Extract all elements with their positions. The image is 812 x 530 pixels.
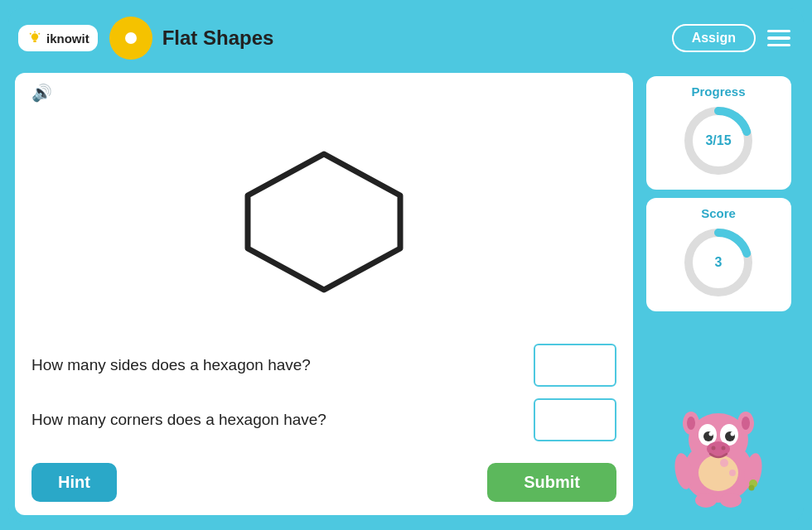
logo: iknowit xyxy=(18,25,98,51)
logo-text: iknowit xyxy=(46,31,89,46)
svg-point-21 xyxy=(722,446,726,450)
logo-bulb-icon xyxy=(27,30,43,46)
progress-box: Progress 3/15 xyxy=(646,76,791,190)
sound-icon[interactable]: 🔊 xyxy=(31,83,52,103)
svg-point-0 xyxy=(31,33,38,40)
questions-area: How many sides does a hexagon have? How … xyxy=(31,344,616,453)
question-row-1: How many sides does a hexagon have? xyxy=(31,344,616,387)
hamburger-line-3 xyxy=(767,44,790,47)
answer-input-1[interactable] xyxy=(534,344,616,387)
hint-button[interactable]: Hint xyxy=(31,463,117,502)
bottom-buttons: Hint Submit xyxy=(31,463,616,502)
svg-line-4 xyxy=(39,33,40,34)
lesson-title: Flat Shapes xyxy=(162,26,672,50)
mascot-svg xyxy=(665,380,772,508)
svg-point-25 xyxy=(742,417,750,430)
svg-point-17 xyxy=(709,432,713,436)
hamburger-line-1 xyxy=(767,30,790,33)
svg-point-23 xyxy=(687,417,695,430)
header: iknowit Flat Shapes Assign xyxy=(8,8,804,68)
shape-area xyxy=(31,106,616,337)
assign-button[interactable]: Assign xyxy=(672,24,756,52)
svg-line-3 xyxy=(30,33,31,34)
svg-point-33 xyxy=(749,485,755,491)
hamburger-line-2 xyxy=(767,36,790,40)
header-right: Assign xyxy=(672,24,794,52)
right-panel: Progress 3/15 Score xyxy=(640,73,797,515)
app-frame: iknowit Flat Shapes Assign 🔊 xyxy=(8,8,804,522)
answer-input-2[interactable] xyxy=(534,398,616,441)
svg-point-18 xyxy=(731,432,735,436)
progress-label: Progress xyxy=(691,84,745,99)
mascot-area xyxy=(665,320,772,512)
svg-point-31 xyxy=(729,470,736,476)
submit-button[interactable]: Submit xyxy=(487,463,616,502)
question-row-2: How many corners does a hexagon have? xyxy=(31,398,616,441)
score-value: 3 xyxy=(715,255,723,270)
progress-donut: 3/15 xyxy=(681,104,756,178)
svg-rect-1 xyxy=(33,41,36,43)
progress-value: 3/15 xyxy=(705,133,731,148)
hexagon-shape xyxy=(229,139,419,305)
score-donut: 3 xyxy=(681,225,756,300)
svg-point-20 xyxy=(712,446,716,450)
menu-button[interactable] xyxy=(764,26,794,51)
score-label: Score xyxy=(701,206,736,220)
lesson-icon xyxy=(109,17,152,60)
lesson-icon-dot xyxy=(125,32,137,44)
question-text-1: How many sides does a hexagon have? xyxy=(31,354,520,377)
question-text-2: How many corners does a hexagon have? xyxy=(31,409,520,431)
score-box: Score 3 xyxy=(646,198,791,311)
main-area: 🔊 How many sides does a hexagon have? Ho… xyxy=(8,68,804,522)
svg-point-30 xyxy=(720,459,728,467)
left-panel: 🔊 How many sides does a hexagon have? Ho… xyxy=(15,73,633,515)
svg-point-29 xyxy=(720,493,742,508)
svg-point-28 xyxy=(695,493,717,508)
svg-marker-5 xyxy=(248,154,400,290)
